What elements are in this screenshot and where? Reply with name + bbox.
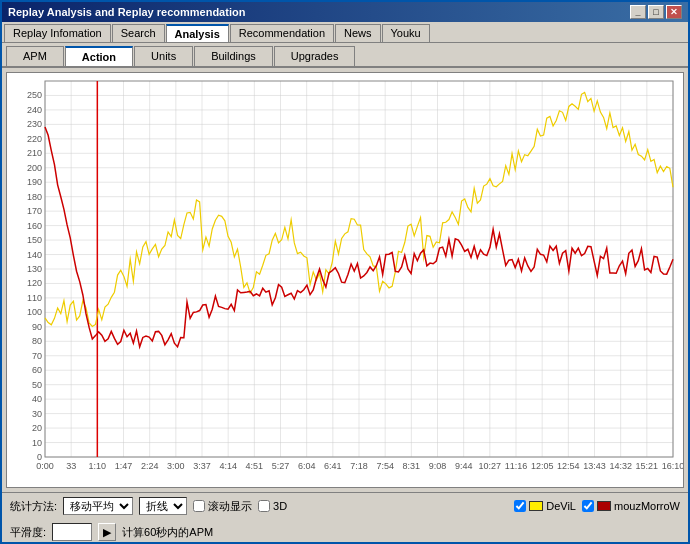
minimize-button[interactable]: _ — [630, 5, 646, 19]
three-d-checkbox[interactable] — [258, 500, 270, 512]
line-chart — [7, 73, 683, 487]
morrow-legend-item: mouzMorroW — [582, 500, 680, 512]
morrow-checkbox[interactable] — [582, 500, 594, 512]
bottom-controls: 统计方法: 移动平均 折线 折线 曲线 滚动显示 3D DeViL — [2, 492, 688, 542]
calc-label: 计算60秒内的APM — [122, 525, 213, 540]
rolling-display-checkbox-item: 滚动显示 — [193, 499, 252, 514]
smooth-select[interactable]: 折线 曲线 — [139, 497, 187, 515]
three-d-label: 3D — [273, 500, 287, 512]
controls-row1: 统计方法: 移动平均 折线 折线 曲线 滚动显示 3D DeViL — [10, 497, 680, 515]
subtab-action[interactable]: Action — [65, 46, 133, 66]
morrow-label: mouzMorroW — [614, 500, 680, 512]
controls-row2: 平滑度: ▶ 计算60秒内的APM — [10, 523, 680, 541]
smoothness-label: 平滑度: — [10, 525, 46, 540]
stat-method-select[interactable]: 移动平均 折线 — [63, 497, 133, 515]
rolling-display-checkbox[interactable] — [193, 500, 205, 512]
subtab-upgrades[interactable]: Upgrades — [274, 46, 356, 66]
tab-youku[interactable]: Youku — [382, 24, 430, 42]
title-bar-buttons: _ □ ✕ — [630, 5, 682, 19]
three-d-checkbox-item: 3D — [258, 500, 287, 512]
maximize-button[interactable]: □ — [648, 5, 664, 19]
window-title: Replay Analysis and Replay recommendatio… — [8, 6, 245, 18]
rolling-display-label: 滚动显示 — [208, 499, 252, 514]
subtab-apm[interactable]: APM — [6, 46, 64, 66]
chart-area — [6, 72, 684, 488]
devil-color-swatch — [529, 501, 543, 511]
devil-label: DeViL — [546, 500, 576, 512]
top-tab-bar: Replay Infomation Search Analysis Recomm… — [2, 22, 688, 43]
tab-analysis[interactable]: Analysis — [166, 24, 229, 42]
main-window: Replay Analysis and Replay recommendatio… — [0, 0, 690, 544]
subtab-units[interactable]: Units — [134, 46, 193, 66]
morrow-color-swatch — [597, 501, 611, 511]
tab-replay-info[interactable]: Replay Infomation — [4, 24, 111, 42]
close-button[interactable]: ✕ — [666, 5, 682, 19]
devil-legend-item: DeViL — [514, 500, 576, 512]
devil-checkbox[interactable] — [514, 500, 526, 512]
sub-tab-bar: APM Action Units Buildings Upgrades — [2, 43, 688, 68]
tab-search[interactable]: Search — [112, 24, 165, 42]
stat-method-label: 统计方法: — [10, 499, 57, 514]
tab-news[interactable]: News — [335, 24, 381, 42]
tab-recommendation[interactable]: Recommendation — [230, 24, 334, 42]
play-button[interactable]: ▶ — [98, 523, 116, 541]
title-bar: Replay Analysis and Replay recommendatio… — [2, 2, 688, 22]
smoothness-input[interactable] — [52, 523, 92, 541]
subtab-buildings[interactable]: Buildings — [194, 46, 273, 66]
